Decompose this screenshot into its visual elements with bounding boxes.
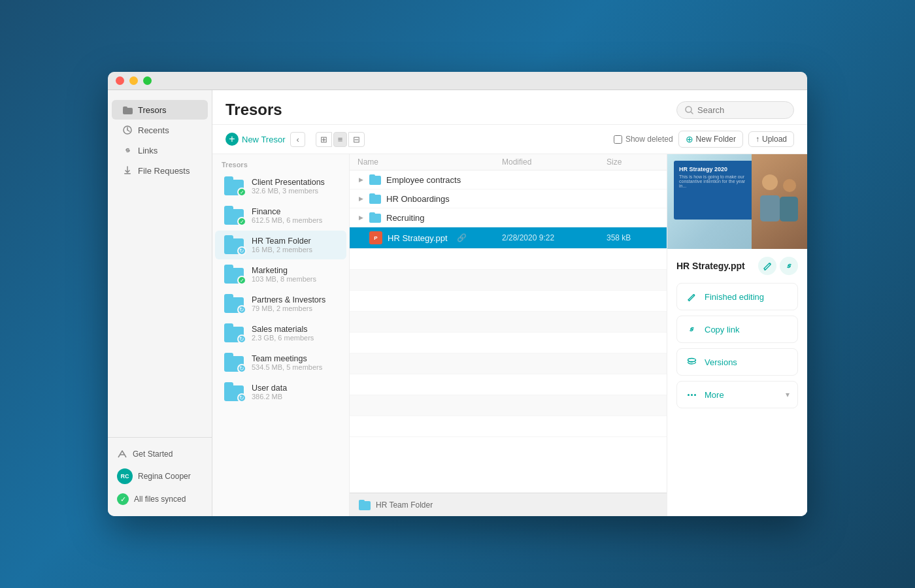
footer-text: HR Team Folder <box>376 500 433 510</box>
new-tresor-label: New Tresor <box>242 135 285 144</box>
file-row-ppt[interactable]: ▶ P HR Strategy.ppt 🔗 2/28/2020 9:22 358… <box>350 227 667 249</box>
preview-info: HR Strategy.ppt <box>667 249 807 516</box>
svg-rect-6 <box>124 173 131 174</box>
window-body: Tresors Recents Links <box>108 90 807 516</box>
footer-folder-icon <box>359 500 371 510</box>
file-name: HR Onboardings <box>386 194 450 204</box>
file-row-empty <box>350 374 667 395</box>
tresor-list-item[interactable]: ↻ User data 386.2 MB <box>215 378 346 406</box>
tresor-list-header: Tresors <box>212 158 349 171</box>
search-box[interactable] <box>676 101 794 119</box>
tresor-list-item[interactable]: ✓ Client Presentations 32.6 MB, 3 member… <box>215 172 346 201</box>
link-icon-button[interactable] <box>780 257 798 275</box>
sidebar-item-file-requests[interactable]: File Requests <box>112 161 208 180</box>
upload-label: Upload <box>762 135 787 144</box>
preview-filename: HR Strategy.ppt <box>676 257 798 275</box>
list-view-button[interactable]: ≡ <box>333 132 348 147</box>
back-button[interactable]: ‹ <box>290 132 305 147</box>
show-deleted-checkbox[interactable] <box>614 135 622 144</box>
tresor-name: User data <box>252 384 337 393</box>
sync-badge: ↻ <box>237 335 246 344</box>
search-input[interactable] <box>697 105 782 115</box>
new-tresor-button[interactable]: + New Tresor <box>225 130 285 148</box>
tresor-meta: 79 MB, 2 members <box>252 304 337 312</box>
more-button[interactable]: More ▾ <box>676 381 798 408</box>
col-modified: Modified <box>502 157 607 167</box>
file-date: 2/28/2020 9:22 <box>502 233 607 242</box>
versions-label: Versions <box>705 357 737 367</box>
tresor-info: Finance 612.5 MB, 6 members <box>252 207 337 224</box>
expand-icon: ▶ <box>358 195 364 202</box>
sidebar: Tresors Recents Links <box>108 90 212 516</box>
file-row-empty <box>350 416 667 437</box>
expand-icon: ▶ <box>358 176 364 183</box>
get-started-item[interactable]: Get Started <box>108 444 212 464</box>
tresor-list-item[interactable]: ↻ Partners & Investors 79 MB, 2 members <box>215 289 346 318</box>
grid-small-view-button[interactable]: ⊞ <box>316 132 332 147</box>
folder-icon <box>369 174 381 185</box>
tresor-list-item-active[interactable]: ↻ HR Team Folder 16 MB, 2 members <box>215 231 346 259</box>
tresor-name: HR Team Folder <box>252 237 337 246</box>
close-button[interactable] <box>116 76 124 85</box>
grid-large-view-button[interactable]: ⊟ <box>348 132 365 147</box>
copy-link-button[interactable]: Copy link <box>676 316 798 343</box>
file-row-folder[interactable]: ▶ Recruiting <box>350 208 667 227</box>
app-window: Tresors Recents Links <box>108 72 807 516</box>
ppt-icon: P <box>369 231 382 244</box>
tresor-meta: 534.5 MB, 5 members <box>252 363 337 371</box>
versions-button[interactable]: Versions <box>676 348 798 376</box>
sidebar-item-links[interactable]: Links <box>112 140 208 160</box>
versions-icon <box>685 355 698 368</box>
edit-icon-button[interactable] <box>758 257 776 275</box>
upload-button[interactable]: ↑ Upload <box>748 131 794 147</box>
tresor-info: Partners & Investors 79 MB, 2 members <box>252 295 337 312</box>
file-row-folder[interactable]: ▶ HR Onboardings <box>350 189 667 208</box>
user-profile-item[interactable]: RC Regina Cooper <box>108 464 212 489</box>
file-name-cell: ▶ HR Onboardings <box>358 193 502 204</box>
plus-circle-icon: + <box>225 133 239 146</box>
file-row-empty <box>350 270 667 291</box>
tresor-folder-icon: ✓ <box>224 265 245 284</box>
tresor-folder-icon: ↻ <box>224 236 245 254</box>
preview-slide-title: HR Strategy 2020 <box>679 166 754 172</box>
main-header: Tresors <box>212 90 807 125</box>
tresor-list-item[interactable]: ↻ Team meetings 534.5 MB, 5 members <box>215 348 346 377</box>
tresor-list-item[interactable]: ✓ Marketing 103 MB, 8 members <box>215 260 346 289</box>
tresor-list-item[interactable]: ✓ Finance 612.5 MB, 6 members <box>215 201 346 230</box>
sidebar-bottom: Get Started RC Regina Cooper ✓ All files… <box>108 437 212 516</box>
sidebar-item-recents[interactable]: Recents <box>112 120 208 140</box>
tresor-list-item[interactable]: ↻ Sales materials 2.3 GB, 6 members <box>215 319 346 348</box>
tresor-info: Marketing 103 MB, 8 members <box>252 266 337 283</box>
pencil-icon <box>763 262 772 270</box>
sync-status-item: ✓ All files synced <box>108 489 212 510</box>
tresor-folder-icon: ↻ <box>224 353 245 372</box>
preview-image: HR Strategy 2020 This is how is going to… <box>667 154 807 249</box>
check-badge: ✓ <box>237 276 246 285</box>
expand-icon: ▶ <box>358 214 364 221</box>
preview-people <box>752 154 807 249</box>
maximize-button[interactable] <box>143 76 152 85</box>
file-row-empty <box>350 249 667 270</box>
preview-filename-text: HR Strategy.ppt <box>676 261 745 271</box>
svg-point-11 <box>762 174 778 190</box>
finished-editing-button[interactable]: Finished editing <box>676 283 798 310</box>
minimize-button[interactable] <box>129 76 138 85</box>
file-name-cell: ▶ P HR Strategy.ppt 🔗 <box>358 231 502 244</box>
sidebar-item-tresors[interactable]: Tresors <box>112 100 208 120</box>
sidebar-item-label: Tresors <box>138 105 167 115</box>
file-row-folder[interactable]: ▶ Employee contracts <box>350 171 667 189</box>
sync-badge: ↻ <box>237 246 246 255</box>
tresor-name: Marketing <box>252 266 337 275</box>
file-list-body: ▶ Employee contracts ▶ HR Onboar <box>350 171 667 493</box>
tresor-folder-icon: ✓ <box>224 177 245 195</box>
new-folder-button[interactable]: ⊕ New Folder <box>678 131 743 148</box>
tresor-info: HR Team Folder 16 MB, 2 members <box>252 237 337 253</box>
pencil-menu-icon <box>685 290 698 303</box>
svg-point-21 <box>694 394 696 396</box>
col-size: Size <box>607 157 659 167</box>
search-icon <box>685 106 693 114</box>
folder-icon <box>122 105 133 115</box>
tresor-meta: 16 MB, 2 members <box>252 246 337 253</box>
sync-badge: ↻ <box>237 364 246 373</box>
toolbar: + New Tresor ‹ ⊞ ≡ ⊟ Show deleted ⊕ New … <box>212 125 807 154</box>
